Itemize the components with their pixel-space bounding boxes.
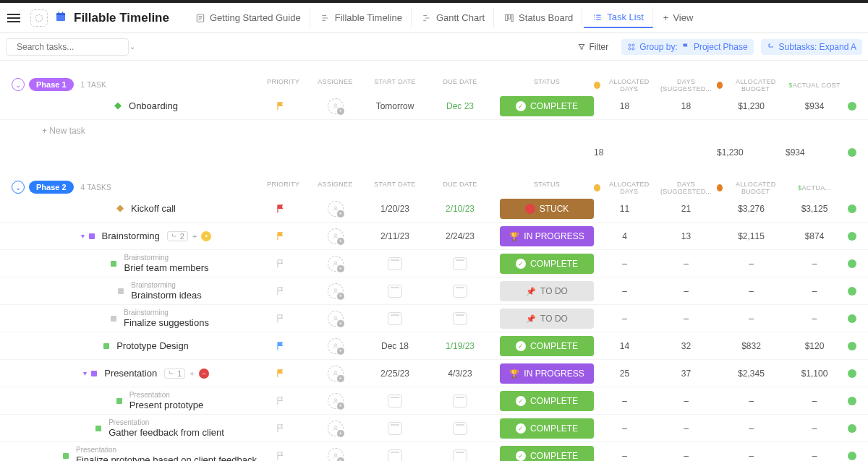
date-placeholder[interactable] (388, 395, 402, 408)
task-name[interactable]: Finalize suggestions (124, 317, 209, 329)
due-date[interactable]: 4/3/23 (448, 369, 472, 379)
menu-icon[interactable] (6, 10, 22, 26)
task-name[interactable]: Presentation (104, 368, 157, 379)
assignee-placeholder[interactable] (328, 256, 344, 272)
task-name[interactable]: Kickoff call (131, 203, 176, 214)
date-placeholder[interactable] (453, 312, 467, 325)
due-date[interactable]: 2/10/23 (446, 204, 475, 214)
expand-caret-icon[interactable]: ▾ (83, 369, 87, 377)
budget[interactable]: $832 (717, 341, 786, 351)
priority-cell[interactable] (258, 423, 308, 434)
task-row[interactable]: BrainstormingBrainstorm ideas TO DO – – … (0, 277, 868, 305)
date-placeholder[interactable] (388, 422, 402, 435)
date-placeholder[interactable] (388, 449, 402, 462)
groupby-button[interactable]: Group by: Project Phase (621, 39, 753, 55)
tab-gantt[interactable]: Gantt Chart (413, 8, 494, 27)
sugg-days[interactable]: 13 (655, 231, 717, 241)
search-input[interactable]: ⌄ (6, 38, 129, 56)
sugg-days[interactable]: – (655, 259, 717, 269)
assignee-placeholder[interactable] (328, 448, 344, 462)
alloc-days[interactable]: 25 (594, 369, 655, 379)
task-name[interactable]: Prototype Design (116, 340, 189, 351)
cost[interactable]: – (786, 396, 843, 406)
alloc-days[interactable]: – (594, 396, 655, 406)
task-row[interactable]: ▾Presentation 1 + − 2/25/23 4/3/23 IN PR… (0, 360, 868, 387)
sugg-days[interactable]: – (655, 286, 717, 296)
budget[interactable]: $2,345 (717, 369, 786, 379)
assignee-placeholder[interactable] (328, 421, 344, 436)
budget[interactable]: – (717, 259, 786, 269)
budget[interactable]: – (717, 314, 786, 324)
tab-status-board[interactable]: Status Board (495, 8, 582, 27)
start-date[interactable]: Dec 18 (381, 341, 409, 351)
task-row[interactable]: Onboarding Tomorrow Dec 23 ✓COMPLETE 18 … (0, 92, 868, 120)
tab-task-list[interactable]: Task List (584, 7, 653, 28)
sugg-days[interactable]: 32 (655, 341, 717, 351)
date-placeholder[interactable] (388, 312, 402, 325)
assignee-placeholder[interactable] (328, 338, 344, 354)
cost[interactable]: $3,125 (786, 204, 843, 214)
task-row[interactable]: PresentationFinalize prototype based on … (0, 442, 868, 461)
subtask-count[interactable]: 1 (164, 369, 185, 379)
tab-fillable-timeline[interactable]: Fillable Timeline (312, 8, 412, 27)
expand-caret-icon[interactable]: ▾ (81, 232, 85, 240)
sugg-days[interactable]: 18 (655, 101, 717, 111)
alloc-days[interactable]: 4 (594, 231, 655, 241)
alloc-days[interactable]: 18 (594, 101, 655, 111)
sugg-days[interactable]: – (655, 451, 717, 461)
priority-cell[interactable] (258, 369, 308, 379)
status-badge[interactable]: ✓COMPLETE (500, 96, 594, 116)
assignee-placeholder[interactable] (328, 98, 344, 114)
subtask-count[interactable]: 2 (167, 231, 188, 241)
budget[interactable]: $2,115 (717, 231, 786, 241)
budget[interactable]: $3,276 (717, 204, 786, 214)
task-row[interactable]: Kickoff call 1/20/23 2/10/23 STUCK 11 21… (0, 195, 868, 223)
add-subtask-button[interactable]: + (192, 232, 197, 241)
sugg-days[interactable]: – (655, 314, 717, 324)
cost[interactable]: – (786, 423, 843, 434)
task-name[interactable]: Brainstorming (102, 231, 160, 241)
start-date[interactable]: 2/25/23 (380, 369, 409, 379)
assignee-placeholder[interactable] (328, 311, 344, 327)
date-placeholder[interactable] (453, 257, 467, 270)
due-date[interactable]: Dec 23 (446, 101, 474, 111)
assignee-placeholder[interactable] (328, 201, 344, 217)
start-date[interactable]: 2/11/23 (380, 231, 409, 241)
alloc-days[interactable]: – (594, 451, 655, 461)
alloc-days[interactable]: – (594, 423, 655, 434)
status-badge[interactable]: TO DO (500, 281, 594, 301)
start-date[interactable]: Tomorrow (376, 101, 414, 111)
task-name[interactable]: Brainstorm ideas (131, 290, 202, 301)
status-badge[interactable]: STUCK (500, 199, 594, 219)
new-task-button[interactable]: + New task (0, 120, 868, 142)
sugg-days[interactable]: 21 (655, 204, 717, 214)
date-placeholder[interactable] (453, 395, 467, 408)
cost[interactable]: – (786, 451, 843, 461)
chevron-down-icon[interactable]: ⌄ (129, 43, 135, 51)
priority-cell[interactable] (258, 341, 308, 351)
budget[interactable]: – (717, 286, 786, 296)
priority-cell[interactable] (258, 101, 308, 111)
status-badge[interactable]: ✓COMPLETE (500, 254, 594, 274)
task-name[interactable]: Present prototype (129, 400, 204, 411)
workspace-icon[interactable] (30, 9, 48, 27)
priority-cell[interactable] (258, 259, 308, 269)
cost[interactable]: $1,100 (786, 369, 843, 379)
task-row[interactable]: PresentationPresent prototype ✓COMPLETE … (0, 387, 868, 415)
start-date[interactable]: 1/20/23 (380, 204, 409, 214)
add-subtask-button[interactable]: + (190, 369, 194, 378)
priority-cell[interactable] (258, 286, 308, 296)
date-placeholder[interactable] (453, 449, 467, 462)
alloc-days[interactable]: 11 (594, 204, 655, 214)
due-date[interactable]: 1/19/23 (446, 341, 475, 351)
alloc-days[interactable]: – (594, 286, 655, 296)
assignee-placeholder[interactable] (328, 228, 344, 244)
date-placeholder[interactable] (453, 422, 467, 435)
budget[interactable]: $1,230 (717, 101, 786, 111)
task-name[interactable]: Onboarding (129, 100, 178, 111)
tab-add-view[interactable]: + View (655, 8, 702, 27)
task-row[interactable]: BrainstormingFinalize suggestions TO DO … (0, 305, 868, 332)
due-date[interactable]: 2/24/23 (446, 231, 475, 241)
priority-cell[interactable] (258, 451, 308, 461)
budget[interactable]: – (717, 451, 786, 461)
